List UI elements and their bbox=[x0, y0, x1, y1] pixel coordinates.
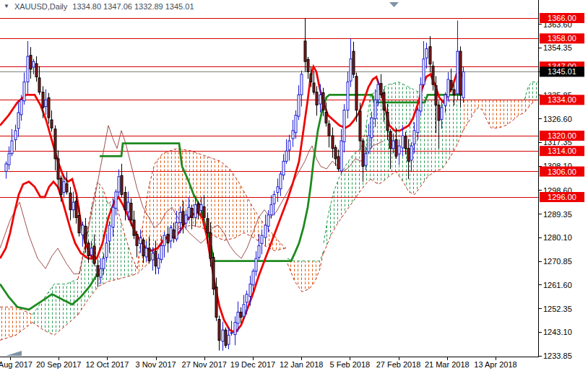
candle bbox=[462, 66, 464, 102]
date-tick-label: 5 Feb 2018 bbox=[330, 360, 371, 369]
level-price-badge-label: 1296.00 bbox=[548, 193, 576, 201]
date-tick-label: 29 Aug 2017 bbox=[0, 360, 33, 369]
date-tick-label: 21 Mar 2018 bbox=[425, 360, 470, 369]
candle bbox=[212, 253, 215, 295]
level-price-badge-label: 1306.00 bbox=[548, 167, 576, 176]
price-tick-label: 1289.35 bbox=[543, 210, 572, 219]
ohlc-quote-label: 1334.80 1347.06 1332.89 1345.01 bbox=[72, 2, 194, 11]
price-tick-label: 1233.85 bbox=[543, 352, 572, 360]
level-price-badge-label: 1358.00 bbox=[548, 34, 576, 43]
chart-title-overlay: ▼ XAUUSD,Daily 1334.80 1347.06 1332.89 1… bbox=[4, 2, 194, 11]
price-tick-label: 1326.60 bbox=[543, 115, 572, 123]
level-price-badge-label: 1320.00 bbox=[548, 131, 576, 140]
level-price-badge-label: 1314.00 bbox=[548, 147, 576, 155]
date-tick-label: 20 Sep 2017 bbox=[36, 360, 81, 369]
date-tick-label: 27 Nov 2017 bbox=[182, 360, 227, 369]
level-price-badge-label: 1366.00 bbox=[548, 14, 576, 22]
chart-background bbox=[0, 0, 588, 371]
candle bbox=[225, 328, 227, 348]
symbol-dropdown-icon[interactable]: ▼ bbox=[4, 4, 9, 9]
mt4-chart-window: 1363.601354.351345.101335.851326.601317.… bbox=[0, 0, 588, 371]
date-tick-label: 12 Oct 2017 bbox=[85, 360, 129, 369]
level-price-badge-label: 1334.00 bbox=[548, 95, 576, 104]
date-tick-label: 12 Jan 2018 bbox=[280, 360, 324, 369]
price-tick-label: 1252.35 bbox=[543, 305, 572, 313]
current-price-badge-label: 1345.01 bbox=[548, 67, 576, 76]
price-tick-label: 1354.35 bbox=[543, 43, 572, 52]
symbol-period-label: XAUUSD,Daily bbox=[14, 2, 67, 11]
date-tick-label: 27 Feb 2018 bbox=[376, 360, 421, 369]
price-tick-label: 1261.60 bbox=[543, 281, 572, 289]
price-chart-canvas[interactable]: 1363.601354.351345.101335.851326.601317.… bbox=[0, 0, 588, 371]
date-tick-label: 3 Nov 2017 bbox=[135, 360, 176, 369]
price-tick-label: 1270.85 bbox=[543, 257, 572, 266]
date-tick-label: 19 Dec 2017 bbox=[230, 360, 275, 369]
price-tick-label: 1243.10 bbox=[543, 328, 572, 336]
date-tick-label: 13 Apr 2018 bbox=[474, 360, 516, 369]
price-tick-label: 1280.10 bbox=[543, 233, 572, 242]
